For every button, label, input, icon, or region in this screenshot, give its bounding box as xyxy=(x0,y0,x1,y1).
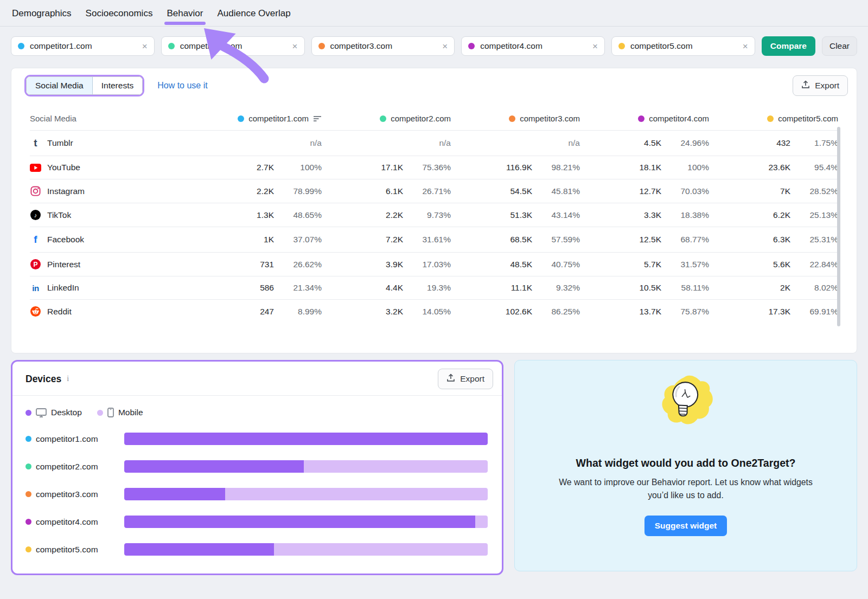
bar-label-text: competitor5.com xyxy=(36,545,98,555)
column-header-competitor5-com[interactable]: competitor5.com xyxy=(709,114,838,123)
social-media-panel: Social MediaInterests How to use it Expo… xyxy=(11,68,857,353)
column-header-competitor2-com[interactable]: competitor2.com xyxy=(322,114,451,123)
column-header-competitor3-com[interactable]: competitor3.com xyxy=(451,114,580,123)
legend-color-dot xyxy=(25,410,31,416)
platform-label: LinkedIn xyxy=(47,283,79,293)
table-row-pinterest: PPinterest73126.62%3.9K17.03%48.5K40.75%… xyxy=(30,252,838,276)
platform-label: YouTube xyxy=(47,163,80,172)
bar-label: competitor4.com xyxy=(25,517,124,527)
competitor-chip-competitor3-com: competitor3.com× xyxy=(311,36,455,56)
competitor-color-dot xyxy=(318,43,325,49)
bar-label: competitor2.com xyxy=(25,462,124,472)
metric-cell: 3.9K17.03% xyxy=(322,260,451,269)
how-to-use-link[interactable]: How to use it xyxy=(157,81,207,91)
device-bar[interactable] xyxy=(124,543,488,556)
compare-button[interactable]: Compare xyxy=(762,36,815,56)
platform-cell: inLinkedIn xyxy=(30,283,193,293)
segment-interests[interactable]: Interests xyxy=(92,77,142,94)
metric-cell: 54.5K45.81% xyxy=(451,186,580,196)
table-header-row: Social Media competitor1.comcompetitor2.… xyxy=(30,105,838,130)
devices-panel: Devices i Export DesktopMobile competito… xyxy=(11,360,503,575)
metric-cell: 12.7K70.03% xyxy=(580,186,709,196)
legend-item-desktop[interactable]: Desktop xyxy=(25,408,82,417)
metric-cell: 2K8.02% xyxy=(709,283,838,293)
desktop-bar-fill xyxy=(124,460,304,473)
metric-cell: 2.7K100% xyxy=(193,163,322,172)
legend-label: Desktop xyxy=(51,408,82,417)
clear-button[interactable]: Clear xyxy=(822,36,857,56)
device-bar-row-competitor3-com: competitor3.com xyxy=(25,480,488,508)
nav-tab-behavior[interactable]: Behavior xyxy=(165,8,204,26)
competitor-color-dot xyxy=(380,115,386,122)
metric-cell: 2.2K9.73% xyxy=(322,210,451,220)
devices-bars: competitor1.comcompetitor2.comcompetitor… xyxy=(12,420,502,563)
device-bar[interactable] xyxy=(124,460,488,473)
desktop-icon xyxy=(36,408,47,417)
table-row-facebook: fFacebook1K37.07%7.2K31.61%68.5K57.59%12… xyxy=(30,227,838,252)
lightbulb-illustration xyxy=(658,375,714,431)
platform-cell: Reddit xyxy=(30,306,193,317)
devices-export-button[interactable]: Export xyxy=(438,369,493,389)
bar-label-text: competitor1.com xyxy=(36,434,98,444)
devices-legend: DesktopMobile xyxy=(12,396,502,420)
legend-item-mobile[interactable]: Mobile xyxy=(97,408,143,417)
competitor-chip-label: competitor5.com xyxy=(630,41,693,51)
platform-label: Facebook xyxy=(47,235,84,244)
device-bar[interactable] xyxy=(124,516,488,528)
table-export-button[interactable]: Export xyxy=(793,75,848,96)
metric-cell: 3.3K18.38% xyxy=(580,210,709,220)
bar-label-text: competitor2.com xyxy=(36,462,98,472)
tumblr-icon: t xyxy=(30,137,41,149)
upload-icon xyxy=(801,80,810,91)
close-icon[interactable]: × xyxy=(442,42,448,51)
competitor-filter-row: competitor1.com×competitor2.com×competit… xyxy=(11,36,857,56)
metric-cell: 6.3K25.31% xyxy=(709,235,838,244)
column-header-label: competitor3.com xyxy=(520,114,580,123)
column-header-platform: Social Media xyxy=(30,114,193,123)
desktop-bar-fill xyxy=(124,433,488,445)
facebook-icon: f xyxy=(30,234,41,246)
platform-cell: tTumblr xyxy=(30,137,193,149)
close-icon[interactable]: × xyxy=(592,42,598,51)
close-icon[interactable]: × xyxy=(142,42,148,51)
panel-toolbar: Social MediaInterests How to use it Expo… xyxy=(11,68,857,100)
suggest-widget-button[interactable]: Suggest widget xyxy=(644,516,727,536)
annotation-highlight-ring: Social MediaInterests xyxy=(24,75,144,96)
column-header-competitor4-com[interactable]: competitor4.com xyxy=(580,114,709,123)
device-bar[interactable] xyxy=(124,488,488,500)
device-bar-row-competitor1-com: competitor1.com xyxy=(25,425,488,453)
column-header-label: competitor1.com xyxy=(248,114,309,123)
metric-cell: 23.6K95.4% xyxy=(709,163,838,172)
competitor-chip-label: competitor4.com xyxy=(480,41,542,51)
table-row-youtube: YouTube2.7K100%17.1K75.36%116.9K98.21%18… xyxy=(30,156,838,179)
instagram-icon xyxy=(30,186,41,196)
segment-social-media[interactable]: Social Media xyxy=(27,77,92,94)
metric-cell: 102.6K86.25% xyxy=(451,307,580,317)
competitor-color-dot xyxy=(509,115,515,122)
table-scrollbar[interactable] xyxy=(837,127,840,326)
nav-tab-demographics[interactable]: Demographics xyxy=(11,8,73,26)
devices-header: Devices i Export xyxy=(12,362,502,396)
table-row-tiktok: ♪TikTok1.3K48.65%2.2K9.73%51.3K43.14%3.3… xyxy=(30,203,838,227)
close-icon[interactable]: × xyxy=(292,42,298,51)
nav-tab-socioeconomics[interactable]: Socioeconomics xyxy=(85,8,154,26)
close-icon[interactable]: × xyxy=(743,42,748,51)
competitor-color-dot xyxy=(25,519,31,525)
competitor-chip-competitor2-com: competitor2.com× xyxy=(161,36,305,56)
column-header-label: competitor4.com xyxy=(649,114,709,123)
platform-label: Pinterest xyxy=(47,260,80,269)
competitor-color-dot xyxy=(25,436,31,442)
metric-cell: 18.1K100% xyxy=(580,163,709,172)
sort-desc-icon[interactable] xyxy=(313,115,322,122)
metric-cell: n/a xyxy=(451,138,580,148)
metric-cell: 10.5K58.11% xyxy=(580,283,709,293)
social-media-table: Social Media competitor1.comcompetitor2.… xyxy=(11,100,857,323)
device-bar[interactable] xyxy=(124,433,488,445)
nav-tab-audience-overlap[interactable]: Audience Overlap xyxy=(216,8,292,26)
pinterest-icon: P xyxy=(30,259,41,269)
info-icon[interactable]: i xyxy=(67,375,69,383)
platform-cell: YouTube xyxy=(30,163,193,172)
column-header-competitor1-com[interactable]: competitor1.com xyxy=(193,114,322,123)
metric-cell: 7.2K31.61% xyxy=(322,235,451,244)
table-row-reddit: Reddit2478.99%3.2K14.05%102.6K86.25%13.7… xyxy=(30,299,838,323)
